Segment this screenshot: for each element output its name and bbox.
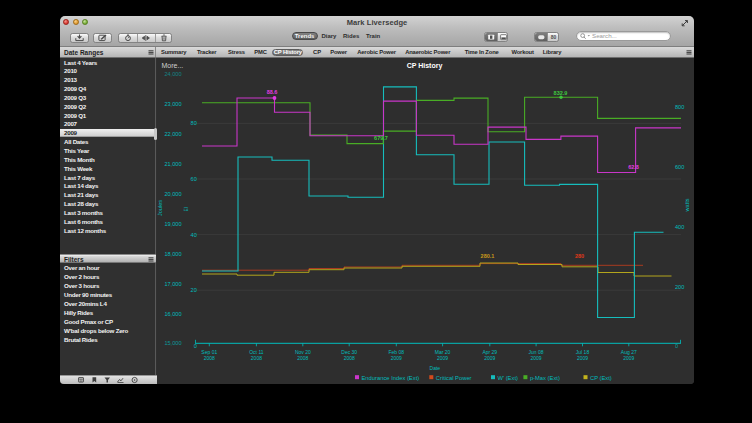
svg-text:2008: 2008 <box>344 355 355 361</box>
svg-text:80: 80 <box>191 120 197 126</box>
svg-text:2009: 2009 <box>531 355 542 361</box>
svg-text:watts: watts <box>684 198 690 212</box>
svg-text:0: 0 <box>675 343 678 349</box>
svg-text:280: 280 <box>575 253 584 259</box>
svg-text:2008: 2008 <box>204 355 215 361</box>
svg-text:800: 800 <box>675 104 684 110</box>
svg-text:Joules: Joules <box>157 200 163 216</box>
svg-text:17,000: 17,000 <box>164 281 181 287</box>
svg-text:15,000: 15,000 <box>164 340 181 346</box>
svg-text:20: 20 <box>191 287 197 293</box>
svg-text:24,000: 24,000 <box>164 71 181 77</box>
svg-text:18,000: 18,000 <box>164 251 181 257</box>
svg-text:23,000: 23,000 <box>164 101 181 107</box>
svg-text:Search...: Search... <box>592 32 617 39</box>
svg-text:W' (Ext): W' (Ext) <box>498 375 518 381</box>
svg-text:Endurance Index (Ext): Endurance Index (Ext) <box>362 375 420 381</box>
svg-text:2008: 2008 <box>251 355 262 361</box>
svg-text:280.1: 280.1 <box>481 253 495 259</box>
svg-text:19,000: 19,000 <box>164 221 181 227</box>
svg-text:21,000: 21,000 <box>164 161 181 167</box>
svg-text:2009: 2009 <box>391 355 402 361</box>
svg-text:Critical Power: Critical Power <box>436 375 472 381</box>
svg-text:CP History: CP History <box>407 62 443 70</box>
svg-text:2009: 2009 <box>623 355 634 361</box>
svg-text:60: 60 <box>191 176 197 182</box>
svg-text:EI: EI <box>183 207 189 212</box>
svg-text:832.9: 832.9 <box>554 90 568 96</box>
svg-text:2009: 2009 <box>437 355 448 361</box>
svg-text:Date: Date <box>430 365 441 371</box>
svg-text:20,000: 20,000 <box>164 191 181 197</box>
svg-text:88.6: 88.6 <box>267 89 278 95</box>
svg-text:More...: More... <box>162 62 184 69</box>
svg-text:16,000: 16,000 <box>164 311 181 317</box>
svg-text:200: 200 <box>675 284 684 290</box>
svg-text:62.8: 62.8 <box>628 164 639 170</box>
svg-text:600: 600 <box>675 164 684 170</box>
svg-text:679.7: 679.7 <box>374 135 388 141</box>
svg-text:2008: 2008 <box>297 355 308 361</box>
svg-text:22,000: 22,000 <box>164 131 181 137</box>
svg-text:CP (Ext): CP (Ext) <box>590 375 612 381</box>
svg-text:2009: 2009 <box>577 355 588 361</box>
svg-text:40: 40 <box>191 232 197 238</box>
svg-text:400: 400 <box>675 224 684 230</box>
svg-text:2009: 2009 <box>484 355 495 361</box>
svg-text:p-Max (Ext): p-Max (Ext) <box>530 375 560 381</box>
svg-text:80: 80 <box>551 34 557 40</box>
